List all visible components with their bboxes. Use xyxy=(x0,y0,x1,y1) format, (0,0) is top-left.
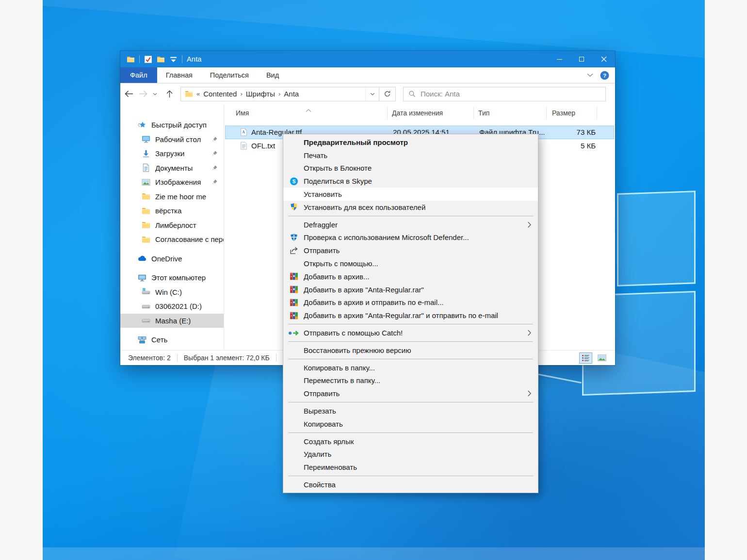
menu-item-copy-to-folder[interactable]: Копировать в папку... xyxy=(283,361,538,374)
sidebar-item-masha-e[interactable]: Masha (E:) xyxy=(120,314,224,328)
maximize-button[interactable] xyxy=(570,51,593,67)
menu-item-move-to-folder[interactable]: Переместить в папку... xyxy=(283,374,538,387)
menu-item-add-to-archive-named-email[interactable]: Добавить в архив "Anta-Regular.rar" и от… xyxy=(283,309,538,322)
breadcrumb-prefix: « xyxy=(196,90,200,97)
sidebar-item-zie-me-hoor-me[interactable]: Zie me hoor me xyxy=(120,190,224,204)
sidebar-item-label: вёрстка xyxy=(155,207,181,215)
submenu-arrow-icon xyxy=(527,390,532,397)
column-header-name[interactable]: Имя xyxy=(236,104,386,122)
menu-item-share[interactable]: Отправить xyxy=(283,244,538,257)
menu-item-label: Создать ярлык xyxy=(304,437,354,446)
recent-locations-button[interactable] xyxy=(149,93,160,96)
close-icon xyxy=(601,56,607,62)
tab-view[interactable]: Вид xyxy=(258,67,288,83)
navigation-bar: « Contented›Шрифты›Anta Поиск: Anta xyxy=(120,83,615,104)
properties-check-icon[interactable] xyxy=(144,55,152,64)
menu-item-send-to[interactable]: Отправить xyxy=(283,387,538,400)
minimize-button[interactable] xyxy=(548,51,570,67)
search-placeholder: Поиск: Anta xyxy=(421,90,460,98)
menu-item-copy[interactable]: Копировать xyxy=(283,417,538,431)
folder-icon xyxy=(142,192,150,201)
breadcrumb-item[interactable]: Шрифты xyxy=(246,90,275,98)
sidebar-item-pictures[interactable]: Изображения xyxy=(120,175,224,190)
up-button[interactable] xyxy=(160,90,179,98)
breadcrumb-separator-icon: › xyxy=(278,90,280,97)
sidebar-item-desktop[interactable]: Рабочий стол xyxy=(120,132,224,147)
menu-item-restore-previous[interactable]: Восстановить прежнюю версию xyxy=(283,344,538,357)
forward-button[interactable] xyxy=(137,90,149,97)
uac-shield-icon xyxy=(288,203,300,211)
sidebar-item-label: Zie me hoor me xyxy=(155,192,206,201)
column-header-type[interactable]: Тип xyxy=(478,104,542,122)
window-title: Anta xyxy=(187,55,202,63)
sidebar-item-downloads[interactable]: Загрузки xyxy=(120,146,224,161)
sidebar-item-network[interactable]: Сеть xyxy=(120,333,224,347)
sidebar-item-onedrive[interactable]: OneDrive xyxy=(120,252,224,266)
menu-item-open-in-notepad[interactable]: Открыть в Блокноте xyxy=(283,162,538,175)
tab-home[interactable]: Главная xyxy=(157,67,201,83)
quick-access-star-icon xyxy=(138,121,146,129)
menu-item-label: Добавить в архив "Anta-Regular.rar" и от… xyxy=(304,311,498,320)
menu-item-label: Копировать xyxy=(304,420,343,428)
new-folder-icon[interactable] xyxy=(157,55,165,64)
sidebar-item-verstka[interactable]: вёрстка xyxy=(120,204,224,218)
winrar-icon xyxy=(288,298,300,307)
menu-item-add-to-archive-email[interactable]: Добавить в архив и отправить по e-mail..… xyxy=(283,296,538,309)
column-header-date[interactable]: Дата изменения xyxy=(392,104,473,122)
menu-item-label: Отправить xyxy=(304,246,340,255)
menu-item-rename[interactable]: Переименовать xyxy=(283,461,538,474)
menu-item-install[interactable]: Установить xyxy=(283,188,538,201)
sidebar-item-drive-d[interactable]: 03062021 (D:) xyxy=(120,299,224,314)
menu-item-label: Поделиться в Skype xyxy=(304,177,372,185)
menu-item-open-with[interactable]: Открыть с помощью... xyxy=(283,257,538,270)
pictures-icon xyxy=(142,178,150,187)
menu-item-add-to-archive[interactable]: Добавить в архив... xyxy=(283,270,538,283)
ribbon-expand-chevron-icon[interactable] xyxy=(587,73,593,77)
menu-item-properties[interactable]: Свойства xyxy=(283,478,538,491)
menu-item-cut[interactable]: Вырезать xyxy=(283,404,538,417)
menu-item-share-skype[interactable]: SПоделиться в Skype xyxy=(283,175,538,188)
pin-icon xyxy=(211,179,218,185)
menu-item-install-all-users[interactable]: Установить для всех пользователей xyxy=(283,201,538,214)
menu-item-create-shortcut[interactable]: Создать ярлык xyxy=(283,435,538,448)
customize-dropdown-icon[interactable] xyxy=(169,55,178,64)
menu-icon-spacer xyxy=(288,346,300,354)
menu-item-preview[interactable]: Предварительный просмотр xyxy=(283,136,538,149)
back-button[interactable] xyxy=(120,90,137,97)
tab-share[interactable]: Поделиться xyxy=(201,67,258,83)
menu-item-catch-send[interactable]: Отправить с помощью Catch! xyxy=(283,326,538,339)
menu-item-print[interactable]: Печать xyxy=(283,149,538,162)
menu-separator xyxy=(288,432,533,433)
menu-item-defraggler[interactable]: Defraggler xyxy=(283,218,538,231)
breadcrumb-item[interactable]: Contented xyxy=(203,90,237,98)
sidebar-item-label: Masha (E:) xyxy=(155,317,191,325)
network-icon xyxy=(138,336,146,344)
sidebar-item-label: Документы xyxy=(155,164,193,172)
sidebar-item-soglasovanie[interactable]: Согласование с перев xyxy=(120,232,224,247)
thumbnails-view-button[interactable] xyxy=(595,352,608,364)
menu-icon-spacer xyxy=(288,151,300,160)
sidebar-item-this-pc[interactable]: Этот компьютер xyxy=(120,271,224,285)
sidebar-item-documents[interactable]: Документы xyxy=(120,161,224,176)
sidebar-item-win-c[interactable]: Win (C:) xyxy=(120,285,224,300)
wallpaper-band xyxy=(43,547,705,560)
address-bar[interactable]: « Contented›Шрифты›Anta xyxy=(180,87,379,101)
skype-icon: S xyxy=(288,177,300,186)
sidebar-item-limberlost[interactable]: Лимберлост xyxy=(120,218,224,233)
search-input[interactable]: Поиск: Anta xyxy=(403,87,606,101)
help-icon[interactable]: ? xyxy=(600,71,609,80)
sidebar-item-label: Этот компьютер xyxy=(151,273,206,282)
menu-item-label: Вырезать xyxy=(304,407,336,415)
column-header-size[interactable]: Размер xyxy=(552,104,596,122)
details-view-button[interactable] xyxy=(579,352,592,364)
close-button[interactable] xyxy=(593,51,615,67)
refresh-button[interactable] xyxy=(379,87,396,101)
address-dropdown-button[interactable] xyxy=(365,87,379,101)
menu-item-delete[interactable]: Удалить xyxy=(283,448,538,461)
menu-item-add-to-archive-named[interactable]: Добавить в архив "Anta-Regular.rar" xyxy=(283,283,538,296)
sidebar-item-quick-access[interactable]: Быстрый доступ xyxy=(120,118,224,132)
menu-item-defender-scan[interactable]: Проверка с использованием Microsoft Defe… xyxy=(283,231,538,244)
tab-file[interactable]: Файл xyxy=(120,67,157,83)
breadcrumb-item[interactable]: Anta xyxy=(284,90,299,98)
explorer-folder-icon[interactable] xyxy=(127,55,135,64)
